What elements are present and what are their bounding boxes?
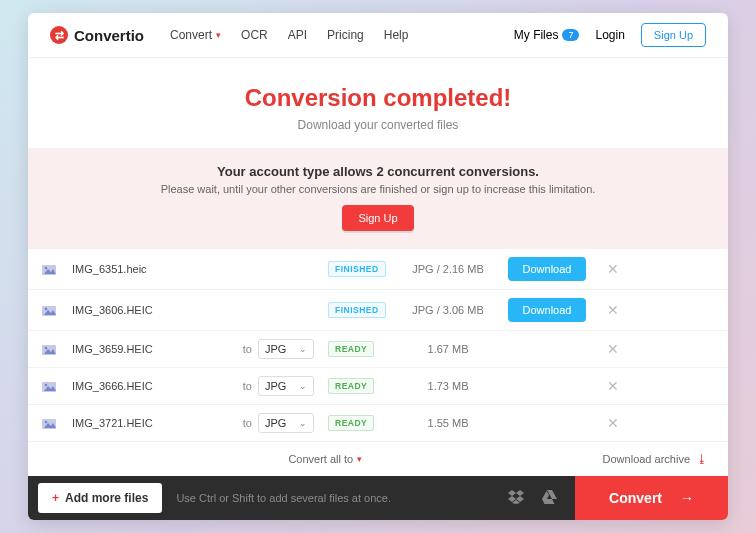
remove-file-button[interactable]: ✕ [598, 261, 628, 277]
image-icon [42, 417, 72, 429]
download-button[interactable]: Download [508, 298, 586, 322]
nav-login[interactable]: Login [595, 28, 624, 42]
app-window: ⇄ Convertio Convert ▾ OCR API Pricing He… [28, 13, 728, 520]
to-label: to [232, 417, 258, 429]
status-badge: FINISHED [328, 261, 386, 277]
remove-file-button[interactable]: ✕ [598, 341, 628, 357]
file-size: JPG / 3.06 MB [388, 304, 508, 316]
file-name: IMG_3721.HEIC [72, 417, 232, 429]
convert-all-to[interactable]: Convert all to ▾ [48, 453, 603, 465]
chevron-down-icon: ⌄ [299, 381, 307, 391]
download-icon: ⭳ [696, 452, 708, 466]
to-label: to [232, 380, 258, 392]
logo[interactable]: ⇄ Convertio [50, 26, 144, 44]
plus-icon: + [52, 491, 59, 505]
svg-point-7 [45, 384, 48, 387]
svg-point-9 [45, 421, 48, 424]
nav-myfiles-label: My Files [514, 28, 559, 42]
file-list: IMG_6351.heicFINISHEDJPG / 2.16 MBDownlo… [28, 249, 728, 442]
multiselect-hint: Use Ctrl or Shift to add several files a… [162, 476, 490, 520]
chevron-down-icon: ▾ [357, 454, 362, 464]
nav-ocr[interactable]: OCR [241, 28, 268, 42]
convert-all-label: Convert all to [288, 453, 353, 465]
image-icon [42, 263, 72, 275]
main-nav: Convert ▾ OCR API Pricing Help [170, 28, 408, 42]
nav-api[interactable]: API [288, 28, 307, 42]
image-icon [42, 343, 72, 355]
bottom-bar: + Add more files Use Ctrl or Shift to ad… [28, 476, 728, 520]
signup-button-top[interactable]: Sign Up [641, 23, 706, 47]
googledrive-icon[interactable] [542, 490, 557, 507]
svg-point-3 [45, 308, 48, 311]
image-icon [42, 380, 72, 392]
nav-convert[interactable]: Convert ▾ [170, 28, 221, 42]
status-badge: FINISHED [328, 302, 386, 318]
format-value: JPG [265, 417, 286, 429]
status-badge: READY [328, 415, 374, 431]
svg-point-1 [45, 267, 48, 270]
myfiles-count-badge: 7 [562, 29, 579, 41]
table-row: IMG_3721.HEICtoJPG⌄READY1.55 MB✕ [28, 405, 728, 442]
remove-file-button[interactable]: ✕ [598, 302, 628, 318]
chevron-down-icon: ⌄ [299, 418, 307, 428]
file-size: 1.73 MB [388, 380, 508, 392]
status-badge: READY [328, 341, 374, 357]
hero-subtitle: Download your converted files [28, 118, 728, 132]
file-size: 1.67 MB [388, 343, 508, 355]
format-select[interactable]: JPG⌄ [258, 376, 314, 396]
notice-subtitle: Please wait, until your other conversion… [48, 183, 708, 195]
file-name: IMG_3606.HEIC [72, 304, 232, 316]
hero: Conversion completed! Download your conv… [28, 58, 728, 148]
file-name: IMG_3659.HEIC [72, 343, 232, 355]
file-name: IMG_3666.HEIC [72, 380, 232, 392]
convert-label: Convert [609, 490, 662, 506]
download-archive[interactable]: Download archive ⭳ [603, 452, 708, 466]
file-size: JPG / 2.16 MB [388, 263, 508, 275]
logo-text: Convertio [74, 27, 144, 44]
add-more-files-button[interactable]: + Add more files [38, 483, 162, 513]
format-select[interactable]: JPG⌄ [258, 339, 314, 359]
add-more-label: Add more files [65, 491, 148, 505]
logo-icon: ⇄ [50, 26, 68, 44]
limit-notice: Your account type allows 2 concurrent co… [28, 148, 728, 249]
hero-title: Conversion completed! [28, 84, 728, 112]
remove-file-button[interactable]: ✕ [598, 378, 628, 394]
format-value: JPG [265, 343, 286, 355]
image-icon [42, 304, 72, 316]
nav-myfiles[interactable]: My Files 7 [514, 28, 580, 42]
svg-point-5 [45, 347, 48, 350]
nav-convert-label: Convert [170, 28, 212, 42]
to-label: to [232, 343, 258, 355]
download-button[interactable]: Download [508, 257, 586, 281]
status-badge: READY [328, 378, 374, 394]
table-row: IMG_6351.heicFINISHEDJPG / 2.16 MBDownlo… [28, 249, 728, 290]
format-select[interactable]: JPG⌄ [258, 413, 314, 433]
chevron-down-icon: ⌄ [299, 344, 307, 354]
chevron-down-icon: ▾ [216, 30, 221, 40]
right-nav: My Files 7 Login Sign Up [514, 23, 706, 47]
convert-button[interactable]: Convert → [575, 476, 728, 520]
download-archive-label: Download archive [603, 453, 690, 465]
cloud-targets [490, 476, 575, 520]
arrow-right-icon: → [680, 490, 694, 506]
meta-row: Convert all to ▾ Download archive ⭳ [28, 442, 728, 476]
file-name: IMG_6351.heic [72, 263, 232, 275]
dropbox-icon[interactable] [508, 490, 524, 507]
nav-help[interactable]: Help [384, 28, 409, 42]
file-size: 1.55 MB [388, 417, 508, 429]
signup-button-notice[interactable]: Sign Up [342, 205, 413, 231]
table-row: IMG_3659.HEICtoJPG⌄READY1.67 MB✕ [28, 331, 728, 368]
table-row: IMG_3666.HEICtoJPG⌄READY1.73 MB✕ [28, 368, 728, 405]
table-row: IMG_3606.HEICFINISHEDJPG / 3.06 MBDownlo… [28, 290, 728, 331]
format-value: JPG [265, 380, 286, 392]
topbar: ⇄ Convertio Convert ▾ OCR API Pricing He… [28, 13, 728, 58]
nav-pricing[interactable]: Pricing [327, 28, 364, 42]
remove-file-button[interactable]: ✕ [598, 415, 628, 431]
notice-title: Your account type allows 2 concurrent co… [48, 164, 708, 179]
